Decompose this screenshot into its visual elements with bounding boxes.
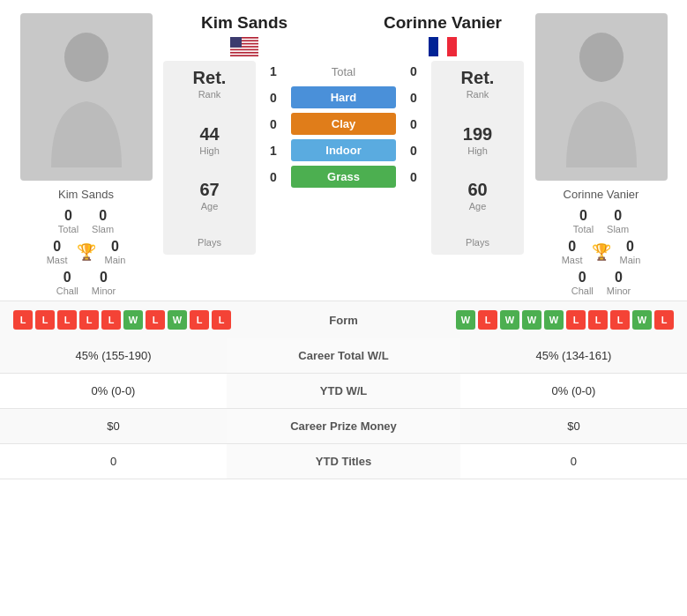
- total-surface-row: 1 Total 0: [260, 61, 427, 82]
- svg-rect-11: [429, 37, 438, 56]
- svg-point-0: [64, 33, 108, 82]
- left-minor-label: Minor: [92, 286, 116, 296]
- indoor-surface-badge[interactable]: Indoor: [291, 139, 396, 161]
- left-age-stat: 67 Age: [199, 180, 219, 212]
- form-badge-l: L: [566, 310, 586, 330]
- right-name-flag-block: Corinne Vanier: [362, 13, 524, 56]
- left-player-avatar: [20, 13, 153, 181]
- right-chall-stat: 0 Chall: [571, 270, 594, 296]
- form-badge-w: W: [123, 310, 143, 330]
- left-mast-stat: 0 Mast: [47, 239, 68, 265]
- left-main-stat: 0 Main: [105, 239, 126, 265]
- form-badge-w: W: [168, 310, 187, 330]
- left-grass-val: 0: [260, 170, 287, 184]
- stats-center-label-3: YTD Titles: [227, 444, 460, 479]
- left-player-stats-row1: 0 Total 0 Slam: [58, 208, 114, 234]
- left-mast-value: 0: [47, 239, 68, 255]
- form-badge-l: L: [610, 310, 630, 330]
- right-age-label: Age: [467, 201, 487, 212]
- right-player-avatar: [535, 13, 668, 181]
- right-slam-label: Slam: [607, 224, 629, 234]
- left-rank-age-plays-box: Ret. Rank 44 High 67 Age Plays: [163, 61, 256, 255]
- left-high-stat: 44 High: [199, 124, 220, 156]
- right-high-stat: 199 High: [463, 124, 492, 156]
- stats-row-3: 0YTD Titles0: [0, 444, 687, 479]
- left-trophy-row: 0 Mast 🏆 0 Main: [47, 239, 126, 265]
- right-player-stats-row1: 0 Total 0 Slam: [573, 208, 629, 234]
- left-main-label: Main: [105, 255, 126, 265]
- surfaces-total-area: Ret. Rank 44 High 67 Age Plays: [163, 61, 524, 255]
- left-total-surface-val: 1: [260, 64, 287, 78]
- bottom-stats-table: 45% (155-190)Career Total W/L45% (134-16…: [0, 338, 687, 479]
- hard-surface-row: 0 Hard 0: [260, 86, 427, 108]
- left-age-value: 67: [199, 180, 219, 200]
- stats-row-1: 0% (0-0)YTD W/L0% (0-0): [0, 374, 687, 409]
- names-flags-row: Kim Sands: [163, 13, 524, 56]
- left-minor-stat: 0 Minor: [92, 270, 116, 296]
- left-chall-stat: 0 Chall: [56, 270, 78, 296]
- left-trophy-icon: 🏆: [77, 242, 96, 262]
- left-slam-label: Slam: [92, 224, 114, 234]
- svg-rect-6: [230, 50, 258, 52]
- right-age-value: 60: [467, 180, 487, 200]
- form-section: LLLLLWLWLL Form WLWWWLLLWL: [0, 301, 687, 338]
- stats-left-val-2: $0: [0, 409, 227, 444]
- right-ret-rank: Ret. Rank: [461, 68, 495, 100]
- left-plays-label: Plays: [198, 237, 221, 248]
- stats-center-label-1: YTD W/L: [227, 374, 460, 409]
- grass-surface-badge[interactable]: Grass: [291, 166, 396, 188]
- right-minor-stat: 0 Minor: [607, 270, 631, 296]
- stats-left-val-1: 0% (0-0): [0, 374, 227, 409]
- right-total-label: Total: [573, 224, 594, 234]
- form-label: Form: [291, 314, 397, 327]
- form-badge-w: W: [632, 310, 652, 330]
- right-total-value: 0: [573, 208, 594, 224]
- indoor-surface-row: 1 Indoor 0: [260, 139, 427, 161]
- right-high-value: 199: [463, 124, 492, 145]
- right-slam-value: 0: [607, 208, 629, 224]
- form-badge-l: L: [654, 310, 674, 330]
- left-player-name-top: Kim Sands: [201, 13, 287, 33]
- right-rank-label: Rank: [461, 89, 495, 100]
- stats-center-label-2: Career Prize Money: [227, 409, 460, 444]
- clay-surface-row: 0 Clay 0: [260, 113, 427, 135]
- form-badge-w: W: [456, 310, 475, 330]
- right-plays-stat: Plays: [466, 236, 489, 248]
- right-player-name-top: Corinne Vanier: [384, 13, 502, 33]
- right-form-badges: WLWWWLLLWL: [397, 310, 675, 330]
- right-chall-value: 0: [571, 270, 594, 286]
- form-badge-l: L: [57, 310, 77, 330]
- stats-left-val-0: 45% (155-190): [0, 338, 227, 374]
- left-rank-label: Rank: [193, 89, 227, 100]
- grass-surface-row: 0 Grass 0: [260, 166, 427, 188]
- left-high-label: High: [199, 145, 220, 156]
- right-high-label: High: [463, 145, 492, 156]
- right-main-label: Main: [620, 255, 641, 265]
- form-badge-l: L: [146, 310, 165, 330]
- left-high-value: 44: [199, 124, 220, 145]
- right-total-stat: 0 Total: [573, 208, 594, 234]
- player-comparison-area: Kim Sands 0 Total 0 Slam 0 Mast 🏆 0: [0, 0, 687, 301]
- hard-surface-badge[interactable]: Hard: [291, 86, 396, 108]
- right-total-surface-val: 0: [400, 64, 427, 78]
- left-name-flag-block: Kim Sands: [163, 13, 325, 56]
- left-player-card: Kim Sands 0 Total 0 Slam 0 Mast 🏆 0: [9, 13, 163, 296]
- svg-rect-5: [230, 48, 258, 49]
- form-badge-l: L: [478, 310, 497, 330]
- right-player-card: Corinne Vanier 0 Total 0 Slam 0 Mast 🏆: [524, 13, 678, 296]
- left-total-value: 0: [58, 208, 78, 224]
- form-badge-w: W: [500, 310, 519, 330]
- clay-surface-badge[interactable]: Clay: [291, 113, 396, 135]
- left-flag-icon: [230, 37, 258, 56]
- left-clay-val: 0: [260, 117, 287, 131]
- stats-left-val-3: 0: [0, 444, 227, 479]
- svg-rect-8: [230, 37, 242, 48]
- left-total-label: Total: [58, 224, 78, 234]
- left-chall-minor-row: 0 Chall 0 Minor: [56, 270, 116, 296]
- left-player-name: Kim Sands: [58, 188, 114, 201]
- total-label: Total: [291, 65, 396, 78]
- left-ret-label: Ret.: [193, 68, 227, 88]
- surfaces-center-col: 1 Total 0 0 Hard 0 0 Clay 0: [256, 61, 431, 255]
- right-main-stat: 0 Main: [620, 239, 641, 265]
- svg-point-12: [579, 33, 624, 82]
